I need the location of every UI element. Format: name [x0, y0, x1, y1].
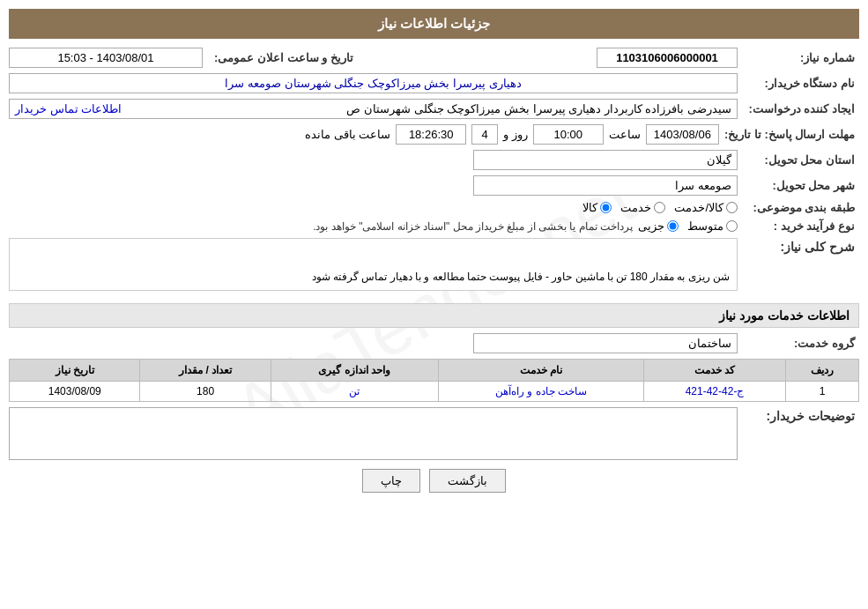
category-label: طبقه بندی موضوعی: — [745, 201, 859, 214]
purchase-type-jozi-label: جزیی — [638, 219, 664, 233]
services-table: ردیف کد خدمت نام خدمت واحد اندازه گیری ت… — [9, 359, 859, 402]
response-deadline-days: 4 — [471, 124, 498, 145]
service-group-value: ساختمان — [473, 333, 738, 353]
need-summary-text: شن ریزی به مقدار 180 تن با ماشین حاور - … — [312, 271, 730, 283]
col-header-date: تاریخ نیاز — [10, 360, 140, 382]
buyer-org-label: نام دستگاه خریدار: — [745, 77, 859, 90]
response-deadline-label: مهلت ارسال پاسخ: تا تاریخ: — [724, 128, 859, 141]
buyer-org-value: دهیاری پیرسرا بخش میرزاکوچک جنگلی شهرستا… — [9, 73, 738, 93]
creator-label: ایجاد کننده درخواست: — [745, 102, 859, 115]
buyer-desc-value — [9, 407, 738, 460]
response-deadline-remaining: 18:26:30 — [396, 124, 466, 145]
need-summary-label: شرح کلی نیاز: — [745, 238, 859, 254]
purchase-type-radio-group: متوسط جزیی — [638, 219, 738, 233]
cell-quantity: 180 — [140, 382, 271, 402]
creator-value: سیدرضی بافرزاده کاربردار دهیاری پیرسرا ب… — [346, 102, 731, 115]
col-header-code: کد خدمت — [643, 360, 785, 382]
col-header-row: ردیف — [786, 360, 859, 382]
cell-code: ج-42-42-421 — [643, 382, 785, 402]
need-number-value: 1103106006000001 — [597, 48, 738, 68]
category-option-kala-khedmat[interactable]: کالا/خدمت — [674, 201, 738, 214]
remaining-label: ساعت باقی مانده — [305, 128, 390, 141]
purchase-type-motavaset-label: متوسط — [687, 219, 723, 233]
announcement-datetime-label: تاریخ و ساعت اعلان عمومی: — [210, 51, 358, 64]
need-summary-value: شن ریزی به مقدار 180 تن با ماشین حاور - … — [9, 238, 738, 291]
days-label: روز و — [503, 128, 528, 141]
table-row: 1 ج-42-42-421 ساخت جاده و راه‌آهن تن 180… — [10, 382, 859, 402]
purchase-type-motavaset[interactable]: متوسط — [687, 219, 738, 233]
col-header-quantity: تعداد / مقدار — [140, 360, 271, 382]
cell-row: 1 — [786, 382, 859, 402]
response-deadline-time: 10:00 — [533, 124, 604, 145]
cell-date: 1403/08/09 — [10, 382, 140, 402]
purchase-type-note: پرداخت تمام یا بخشی از مبلغ خریداز محل "… — [9, 220, 633, 233]
col-header-name: نام خدمت — [438, 360, 643, 382]
purchase-type-label: نوع فرآیند خرید : — [745, 219, 859, 233]
announcement-datetime-value: 1403/08/01 - 15:03 — [9, 48, 203, 68]
services-section-title: اطلاعات خدمات مورد نیاز — [9, 303, 859, 328]
time-label: ساعت — [609, 128, 641, 141]
button-row: بازگشت چاپ — [9, 469, 859, 493]
category-kala-label: کالا — [582, 201, 597, 214]
category-option-kala[interactable]: کالا — [582, 201, 612, 214]
cell-name: ساخت جاده و راه‌آهن — [438, 382, 643, 402]
category-option-khedmat[interactable]: خدمت — [620, 201, 665, 214]
need-number-label: شماره نیاز: — [745, 51, 859, 64]
back-button[interactable]: بازگشت — [429, 469, 506, 493]
page-title: جزئیات اطلاعات نیاز — [9, 9, 859, 39]
category-radio-group: کالا/خدمت خدمت کالا — [582, 201, 738, 214]
print-button[interactable]: چاپ — [362, 469, 420, 493]
service-group-label: گروه خدمت: — [745, 337, 859, 350]
purchase-type-jozi[interactable]: جزیی — [638, 219, 679, 233]
buyer-desc-label: توضیحات خریدار: — [745, 407, 859, 423]
cell-unit: تن — [271, 382, 438, 402]
city-value: صومعه سرا — [473, 175, 738, 196]
category-khedmat-label: خدمت — [620, 201, 651, 214]
contact-info-link[interactable]: اطلاعات تماس خریدار — [15, 102, 122, 115]
province-label: استان محل تحویل: — [745, 153, 859, 167]
col-header-unit: واحد اندازه گیری — [271, 360, 438, 382]
category-kala-khedmat-label: کالا/خدمت — [674, 201, 723, 214]
province-value: گیلان — [473, 150, 738, 170]
response-deadline-date: 1403/08/06 — [646, 124, 719, 145]
city-label: شهر محل تحویل: — [745, 179, 859, 192]
